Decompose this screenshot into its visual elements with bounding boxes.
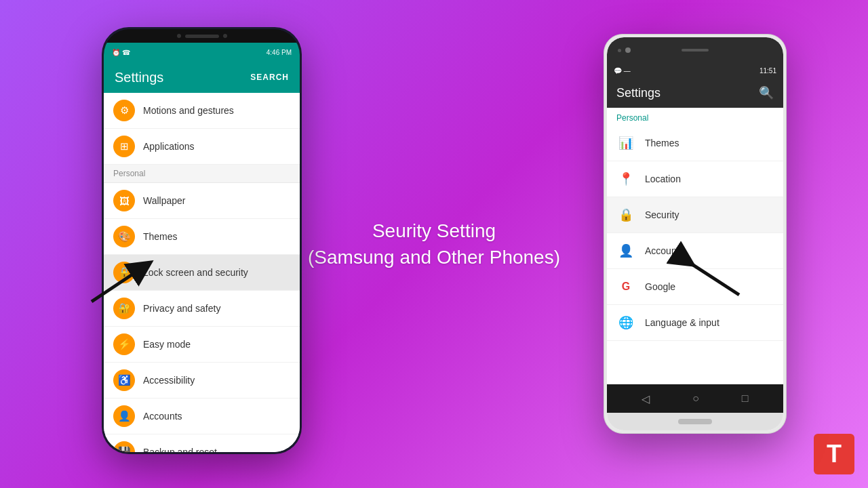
- nexus-nav-bar: ◁ ○ □: [607, 384, 783, 413]
- applications-icon: ⊞: [113, 136, 135, 157]
- samsung-arrow: [78, 247, 166, 308]
- center-annotation: Seurity Setting (Samsung and Other Phone…: [308, 218, 560, 270]
- nexus-status-bar: 💬 — 11:51: [607, 63, 783, 78]
- samsung-status-bar: ⏰ ☎ 4:46 PM: [104, 43, 300, 62]
- svg-line-1: [685, 260, 739, 295]
- samsung-phone: ⏰ ☎ 4:46 PM Settings SEARCH ⚙ Motions an…: [102, 27, 302, 454]
- nexus-personal-header: Personal: [607, 108, 783, 125]
- list-item[interactable]: 👤 Accounts: [104, 399, 300, 434]
- logo-badge: T: [814, 434, 854, 474]
- samsung-search-button[interactable]: SEARCH: [250, 73, 289, 82]
- google-icon: G: [616, 277, 635, 296]
- accounts-icon: 👤: [616, 241, 635, 260]
- nexus-top-bar: [607, 37, 783, 63]
- location-icon: 📍: [616, 169, 635, 188]
- list-item[interactable]: 💾 Backup and reset: [104, 434, 300, 452]
- nexus-bottom: [607, 413, 783, 430]
- personal-section-header: Personal: [104, 165, 300, 183]
- nexus-speaker: [682, 49, 709, 52]
- annotation-line2: (Samsung and Other Phones): [308, 244, 560, 270]
- security-item[interactable]: 🔒 Security: [607, 197, 783, 233]
- recent-button[interactable]: □: [742, 392, 749, 405]
- security-icon: 🔒: [616, 205, 635, 224]
- easymode-icon: ⚡: [113, 333, 135, 355]
- list-item[interactable]: 🖼 Wallpaper: [104, 183, 300, 219]
- backup-icon: 💾: [113, 441, 135, 452]
- back-button[interactable]: ◁: [642, 392, 650, 405]
- samsung-header: Settings SEARCH: [104, 62, 300, 93]
- themes-icon: 📊: [616, 134, 635, 152]
- nexus-camera: [618, 47, 631, 53]
- accounts-icon: 👤: [113, 405, 135, 427]
- nexus-search-button[interactable]: 🔍: [759, 85, 774, 100]
- nexus-home-indicator: [678, 419, 712, 424]
- list-item[interactable]: ♿ Accessibility: [104, 363, 300, 399]
- wallpaper-icon: 🖼: [113, 190, 135, 211]
- list-item[interactable]: 🌐 Language & input: [607, 305, 783, 341]
- themes-icon: 🎨: [113, 226, 135, 247]
- nexus-phone: 💬 — 11:51 Settings 🔍 Personal 📊 Themes 📍: [604, 34, 787, 434]
- list-item[interactable]: 📍 Location: [607, 161, 783, 197]
- nexus-header: Settings 🔍: [607, 78, 783, 108]
- nexus-header-title: Settings: [616, 86, 660, 100]
- home-button[interactable]: ○: [692, 392, 699, 405]
- list-item[interactable]: ⊞ Applications: [104, 129, 300, 165]
- annotation-line1: Seurity Setting: [308, 218, 560, 244]
- language-icon: 🌐: [616, 313, 635, 332]
- motions-icon: ⚙: [113, 100, 135, 121]
- samsung-header-title: Settings: [115, 70, 163, 85]
- svg-line-0: [92, 268, 142, 302]
- list-item[interactable]: 📊 Themes: [607, 125, 783, 161]
- nexus-arrow: [665, 241, 753, 302]
- accessibility-icon: ♿: [113, 369, 135, 391]
- list-item[interactable]: ⚙ Motions and gestures: [104, 93, 300, 129]
- list-item[interactable]: ⚡ Easy mode: [104, 327, 300, 363]
